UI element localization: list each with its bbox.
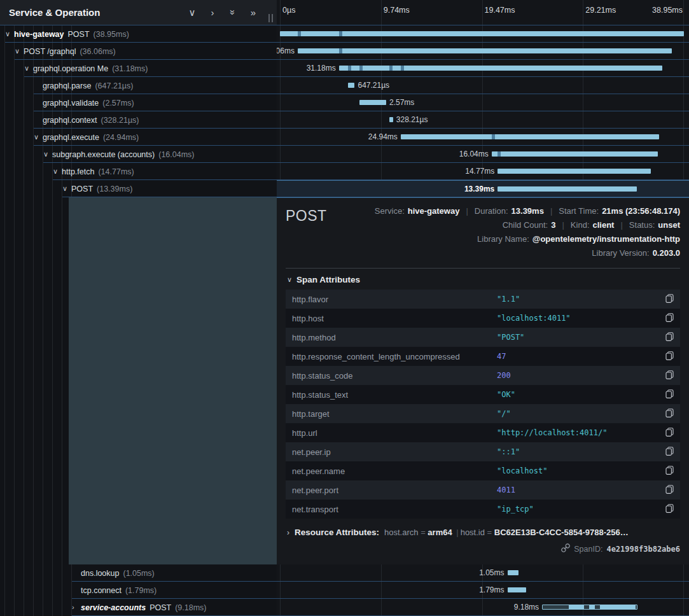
span-bar[interactable] — [542, 605, 637, 610]
span-bar[interactable] — [339, 66, 663, 71]
span-tree-row[interactable]: ∨subgraph.execute (accounts)(16.04ms) — [0, 146, 277, 163]
span-tree-row[interactable]: graphql.validate(2.57ms) — [0, 94, 277, 111]
attribute-key: net.peer.port — [292, 486, 497, 495]
span-bar[interactable] — [401, 134, 659, 139]
span-tree-row[interactable]: ∨graphql.operation Me(31.18ms) — [0, 60, 277, 77]
span-bar-row[interactable]: 31.18ms — [277, 60, 689, 77]
bar-duration-label: 16.04ms — [459, 146, 489, 163]
child-start-marker — [389, 66, 393, 71]
bar-duration-label: 9.18ms — [514, 599, 539, 616]
span-bar[interactable] — [508, 587, 526, 592]
copy-icon — [665, 389, 674, 400]
span-bar[interactable] — [348, 83, 355, 88]
copy-button[interactable] — [657, 351, 674, 362]
bar-duration-label: 36.06ms — [277, 43, 295, 60]
copy-button[interactable] — [657, 447, 674, 458]
detail-divider — [286, 268, 680, 269]
span-tree-row[interactable]: ∨POST(13.39ms) — [0, 180, 277, 197]
plot-inner: 24.94ms — [280, 129, 684, 145]
chevron-down-icon[interactable]: ∨ — [53, 163, 62, 180]
chevron-down-icon[interactable]: ∨ — [5, 25, 14, 43]
expand-all-icon[interactable]: » — [248, 7, 258, 18]
copy-button[interactable] — [657, 389, 674, 400]
span-detail-panel: POST Service:hive-gateway|Duration:13.39… — [277, 197, 689, 564]
span-bar[interactable] — [298, 48, 672, 53]
span-attributes-toggle[interactable]: ∨ Span Attributes — [287, 275, 680, 284]
plot-inner: 1.05ms — [280, 564, 684, 581]
span-tree-row[interactable]: ∨hive-gatewayPOST(38.95ms) — [0, 25, 277, 43]
copy-button[interactable] — [657, 504, 674, 515]
chevron-down-icon[interactable]: ∨ — [15, 43, 24, 60]
collapse-all-icon[interactable]: » — [228, 8, 239, 18]
attribute-row: net.peer.ip"::1" — [286, 442, 680, 461]
span-bar[interactable] — [498, 169, 651, 174]
span-bar[interactable] — [280, 31, 684, 36]
span-operation-name: POST — [71, 185, 93, 193]
span-tree-row[interactable]: graphql.parse(647.21µs) — [0, 77, 277, 94]
span-bar-row[interactable]: 2.57ms — [277, 94, 689, 111]
child-span-segment — [569, 605, 584, 609]
attribute-key: http.host — [292, 314, 497, 323]
span-operation-name: graphql.execute — [43, 133, 99, 142]
meta-label: Duration: — [475, 206, 508, 216]
span-bar-row[interactable]: 16.04ms — [277, 146, 689, 163]
expand-one-icon[interactable]: › — [207, 7, 218, 18]
chevron-right-icon[interactable]: › — [72, 599, 81, 616]
bar-duration-label: 328.21µs — [396, 111, 428, 129]
span-tree-row[interactable]: ›service-accountsPOST(9.18ms) — [0, 599, 277, 616]
chevron-down-icon[interactable]: ∨ — [34, 129, 43, 146]
span-bar[interactable] — [359, 100, 386, 105]
timeline-panel: 0µs 9.74ms 19.47ms 29.21ms 38.95ms 36.06… — [277, 0, 689, 616]
span-duration: (38.95ms) — [94, 30, 129, 39]
span-bar[interactable] — [492, 151, 658, 157]
copy-button[interactable] — [657, 428, 674, 438]
detail-meta-line: Child Count:3|Kind:client|Status:unset — [368, 218, 680, 232]
plot-inner: 31.18ms — [280, 60, 684, 76]
span-tree-row[interactable]: ∨graphql.execute(24.94ms) — [0, 129, 277, 146]
chevron-down-icon[interactable]: ∨ — [62, 180, 71, 197]
span-tree-row[interactable]: ∨http.fetch(14.77ms) — [0, 163, 277, 180]
copy-button[interactable] — [657, 294, 674, 305]
span-operation-name: graphql.parse — [43, 81, 91, 90]
span-bar[interactable] — [508, 570, 518, 575]
resource-attributes-toggle[interactable]: › Resource Attributes: host.arch = arm64… — [287, 528, 680, 537]
span-attributes-table: http.flavor"1.1"http.host"localhost:4011… — [286, 290, 680, 519]
child-start-marker — [492, 134, 495, 139]
span-bar-row[interactable] — [277, 25, 689, 43]
span-bar-row[interactable]: 13.39ms — [277, 180, 689, 197]
span-bar-row[interactable]: 9.18ms — [277, 599, 689, 616]
span-id-value: 4e21998f3b82abe6 — [606, 545, 680, 554]
copy-button[interactable] — [657, 313, 674, 324]
chevron-down-icon[interactable]: ∨ — [43, 146, 52, 163]
span-tree-row[interactable]: graphql.context(328.21µs) — [0, 111, 277, 129]
span-bar[interactable] — [498, 186, 636, 192]
span-tree-row[interactable]: tcp.connect(1.79ms) — [0, 582, 277, 599]
span-bar-row[interactable]: 36.06ms — [277, 43, 689, 60]
span-bar-row[interactable]: 14.77ms — [277, 163, 689, 180]
plot-inner: 328.21µs — [280, 111, 684, 128]
copy-button[interactable] — [657, 485, 674, 496]
span-bar-row[interactable]: 1.79ms — [277, 582, 689, 599]
span-operation-name: POST /graphql — [24, 47, 76, 56]
copy-button[interactable] — [657, 332, 674, 343]
chevron-down-icon[interactable]: ∨ — [24, 60, 33, 77]
attribute-key: http.method — [292, 333, 497, 342]
span-duration: (36.06ms) — [80, 47, 115, 56]
span-bar-row[interactable]: 24.94ms — [277, 129, 689, 146]
panel-resize-handle[interactable] — [268, 14, 273, 22]
attribute-row: http.status_text"OK" — [286, 385, 680, 404]
copy-button[interactable] — [657, 409, 674, 419]
span-tree-row[interactable]: dns.lookup(1.05ms) — [0, 564, 277, 582]
span-bar-row[interactable]: 1.05ms — [277, 564, 689, 582]
meta-separator: | — [466, 206, 468, 216]
span-bar[interactable] — [389, 117, 393, 122]
span-tree-row[interactable]: ∨POST /graphql(36.06ms) — [0, 43, 277, 60]
span-attributes-title: Span Attributes — [296, 275, 360, 284]
meta-label: Kind: — [571, 220, 590, 230]
attribute-row: http.host"localhost:4011" — [286, 309, 680, 328]
span-bar-row[interactable]: 328.21µs — [277, 111, 689, 129]
collapse-one-icon[interactable]: ∨ — [187, 7, 197, 18]
copy-button[interactable] — [657, 370, 674, 381]
span-bar-row[interactable]: 647.21µs — [277, 77, 689, 94]
copy-button[interactable] — [657, 466, 674, 477]
